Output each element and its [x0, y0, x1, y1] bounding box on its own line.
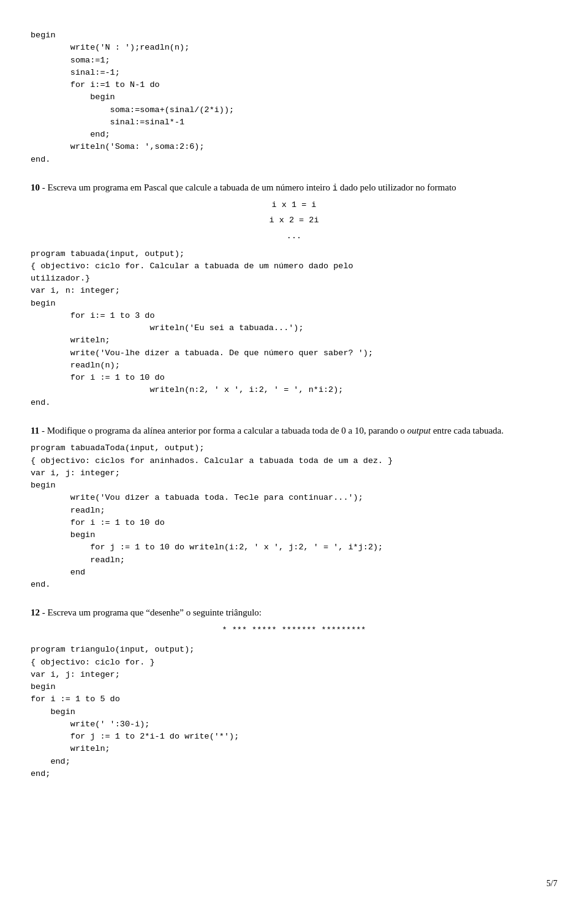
section-12-header: 12 - Escreva um programa que “desenhe” o…: [31, 606, 557, 620]
section-11-output: output: [407, 426, 431, 435]
section-12-text1: Escreva um programa que: [48, 608, 144, 617]
section-12-code: program triangulo(input, output); { obje…: [31, 644, 557, 780]
section-11: 11 - Modifique o programa da alínea ante…: [31, 424, 557, 592]
section-10-format1: i x 1 = i: [31, 198, 557, 212]
section-10-format2: i x 2 = 2i: [31, 214, 557, 227]
section-10-format3: ...: [31, 230, 557, 243]
section-10: 10 - Escreva um programa em Pascal que c…: [31, 181, 557, 409]
section-11-number: 11: [31, 426, 39, 435]
section-10-number: 10: [31, 183, 40, 192]
section-12-number: 12: [31, 608, 40, 617]
page-footer: 5/7: [546, 879, 557, 889]
section-10-header: 10 - Escreva um programa em Pascal que c…: [31, 181, 557, 195]
section-10-text: Escreva um programa em Pascal que calcul…: [48, 183, 330, 192]
section-12-text2: o seguinte triângulo:: [186, 608, 262, 617]
section-12-desenhe: “desenhe”: [146, 608, 184, 617]
section-11-text1: Modifique o programa da alínea anterior …: [47, 426, 405, 435]
intro-section: begin write('N : ');readln(n); soma:=1; …: [31, 29, 557, 166]
section-11-header: 11 - Modifique o programa da alínea ante…: [31, 424, 557, 438]
section-10-ivar: i: [333, 183, 337, 193]
section-10-text2: dado pelo utilizador no formato: [340, 183, 456, 192]
section-12-triangle: * *** ***** ******* *********: [31, 623, 557, 637]
section-10-dash: -: [42, 183, 45, 192]
section-11-dash: -: [42, 426, 45, 435]
section-11-text2: entre cada: [433, 426, 470, 435]
intro-code: begin write('N : ');readln(n); soma:=1; …: [31, 29, 557, 166]
section-12-dash: -: [42, 608, 45, 617]
section-10-code: program tabuada(input, output); { object…: [31, 248, 557, 409]
section-11-code: program tabuadaToda(input, output); { ob…: [31, 442, 557, 591]
section-11-text3: tabuada.: [473, 426, 503, 435]
section-12: 12 - Escreva um programa que “desenhe” o…: [31, 606, 557, 780]
